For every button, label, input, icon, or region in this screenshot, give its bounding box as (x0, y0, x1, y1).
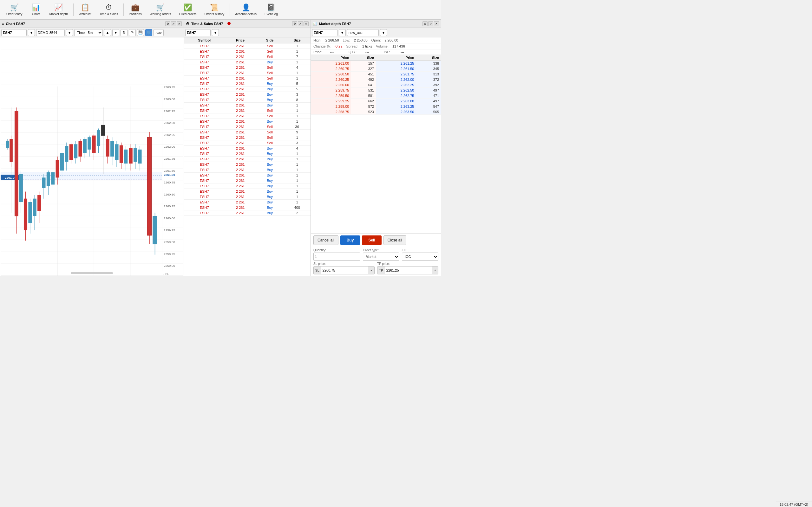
md-low-label: Low: (343, 38, 350, 42)
ts-symbol: ESH7 (184, 140, 225, 146)
table-row[interactable]: 2 261.00 157 2 261.25 338 (311, 61, 441, 66)
chart-area[interactable]: 2261.00 (0, 38, 184, 276)
chart-panel-header: ≡ Chart ESH7 ⚙ ⤢ ✕ (0, 20, 184, 28)
md-symbol-input[interactable] (312, 29, 338, 36)
chart-up-btn[interactable]: ▲ (104, 29, 111, 36)
svg-rect-46 (83, 139, 87, 153)
ts-panel-expand-btn[interactable]: ⤢ (298, 21, 303, 26)
toolbar-orders-history[interactable]: 📜 Orders history (200, 0, 229, 19)
toolbar-chart[interactable]: 📊 Chart (27, 0, 46, 19)
ts-panel-symbol-row: ▼ (184, 28, 310, 38)
chart-timeframe-select[interactable]: Time - 5m Time - 1m Time - 15m Time - 1h (74, 29, 103, 36)
table-row[interactable]: 2 259.75 531 2 262.50 497 (311, 88, 441, 93)
md-bid-price: 2 259.50 (311, 93, 351, 99)
chart-account-list-btn[interactable]: ▼ (66, 29, 73, 36)
svg-rect-70 (134, 148, 137, 162)
ts-panel-settings-btn[interactable]: ⚙ (292, 21, 297, 26)
toolbar-time-sales[interactable]: ⏱ Time & Sales (96, 0, 122, 19)
md-panel-controls: ⚙ ⤢ ✕ (422, 21, 439, 26)
md-panel-expand-btn[interactable]: ⤢ (428, 21, 433, 26)
md-bid-price: 2 260.25 (311, 77, 351, 82)
ts-symbol: ESH7 (184, 130, 225, 135)
sl-toggle-btn[interactable]: ✓ (368, 267, 374, 274)
toolbar-watchlist[interactable]: 📋 Watchlist (75, 0, 96, 19)
md-table-area[interactable]: Price Size Price Size 2 261.00 157 2 261… (311, 55, 441, 233)
md-panel-icon: 📊 (313, 21, 317, 26)
tp-toggle-btn[interactable]: ✓ (432, 267, 438, 274)
chart-panel-settings-btn[interactable]: ⚙ (165, 21, 170, 26)
ts-symbol: ESH7 (184, 183, 225, 189)
chart-auto-btn[interactable]: Auto (154, 29, 164, 36)
ts-size: 5 (284, 87, 310, 92)
svg-text:2261.00: 2261.00 (164, 173, 175, 176)
ts-panel-icon: ⏱ (186, 22, 189, 26)
ts-size: 9 (284, 130, 310, 135)
chart-panel-close-btn[interactable]: ✕ (177, 21, 182, 26)
chart-save-btn[interactable]: 💾 (137, 29, 144, 36)
md-panel-close-btn[interactable]: ✕ (434, 21, 439, 26)
md-change-value: -0.22 (334, 44, 342, 48)
quantity-input[interactable] (313, 252, 360, 261)
tif-label: TIF: (402, 248, 438, 252)
table-row[interactable]: 2 259.25 662 2 263.00 497 (311, 99, 441, 104)
toolbar-event-log[interactable]: 📓 Event log (261, 0, 282, 19)
ts-table[interactable]: Symbol Price Side Size ESH7 2 261 Sell 1… (184, 38, 310, 276)
toolbar-filled-orders[interactable]: ✅ Filled orders (175, 0, 200, 19)
svg-text:2263.25: 2263.25 (164, 85, 175, 89)
ts-panel-close-btn[interactable]: ✕ (304, 21, 309, 26)
ts-size: 3 (284, 140, 310, 146)
chart-trade-btn[interactable]: 🛒 (145, 29, 152, 36)
sell-button[interactable]: Sell (362, 235, 381, 245)
toolbar-positions[interactable]: 💼 Positions (125, 0, 146, 19)
chart-panel-title: Chart ESH7 (6, 22, 25, 26)
toolbar-order-entry[interactable]: 🛒 Order entry (3, 0, 27, 19)
chart-compare-btn[interactable]: ⇅ (120, 29, 128, 36)
md-account-input[interactable] (347, 29, 379, 36)
buy-button[interactable]: Buy (340, 235, 360, 245)
md-symbol-list-btn[interactable]: ▼ (339, 29, 346, 36)
md-bid-price: 2 261.00 (311, 61, 351, 66)
md-account-list-btn[interactable]: ▼ (380, 29, 387, 36)
table-row[interactable]: 2 259.00 572 2 263.25 547 (311, 104, 441, 109)
md-action-buttons: Cancel all Buy Sell Close all (311, 233, 441, 247)
ts-side: Sell (256, 70, 284, 76)
list-item: ESH7 2 261 Buy 400 (184, 205, 310, 210)
ts-size: 1 (284, 151, 310, 157)
toolbar-market-depth-label: Market depth (49, 12, 68, 16)
table-row[interactable]: 2 260.00 641 2 262.25 392 (311, 82, 441, 88)
table-row[interactable]: 2 260.25 492 2 262.00 372 (311, 77, 441, 82)
ts-price: 2 261 (225, 124, 256, 130)
chart-symbol-input[interactable] (1, 29, 27, 36)
md-bid-size: 641 (351, 82, 376, 88)
table-row[interactable]: 2 258.75 523 2 263.50 565 (311, 109, 441, 115)
toolbar-account-details[interactable]: 👤 Account details (231, 0, 261, 19)
table-row[interactable]: 2 260.50 451 2 261.75 313 (311, 72, 441, 77)
ts-recording-dot (227, 22, 231, 26)
md-open-value: 2 266.00 (385, 38, 398, 42)
tif-select[interactable]: IOC DAY GTC (402, 252, 438, 261)
close-all-button[interactable]: Close all (384, 235, 406, 245)
toolbar-working-orders[interactable]: 🛒 Working orders (146, 0, 175, 19)
chart-crosshair-btn[interactable]: ✎ (129, 29, 136, 36)
chart-panel-expand-btn[interactable]: ⤢ (171, 21, 176, 26)
toolbar-market-depth[interactable]: 📈 Market depth (46, 0, 72, 19)
chart-symbol-list-btn[interactable]: ▼ (28, 29, 35, 36)
ts-symbol-input[interactable] (185, 29, 211, 36)
ts-symbol-list-btn[interactable]: ▼ (212, 29, 219, 36)
tp-input[interactable] (385, 267, 432, 274)
ts-size: 3 (284, 92, 310, 97)
md-col-bid-size: Size (351, 55, 376, 61)
table-row[interactable]: 2 260.75 327 2 261.50 345 (311, 66, 441, 72)
ts-side: Buy (256, 60, 284, 65)
table-row[interactable]: 2 259.50 581 2 262.75 471 (311, 93, 441, 99)
chart-down-btn[interactable]: ▼ (112, 29, 119, 36)
md-panel-settings-btn[interactable]: ⚙ (422, 21, 427, 26)
order-type-group: Order type: Market Limit Stop (363, 248, 399, 261)
svg-text:2260.00: 2260.00 (164, 216, 175, 220)
chart-account-input[interactable] (36, 29, 65, 36)
svg-text:2262.25: 2262.25 (164, 133, 175, 136)
order-type-select[interactable]: Market Limit Stop (363, 252, 399, 261)
ts-size: 1 (284, 108, 310, 113)
sl-input[interactable] (321, 267, 368, 274)
cancel-all-button[interactable]: Cancel all (313, 235, 339, 245)
